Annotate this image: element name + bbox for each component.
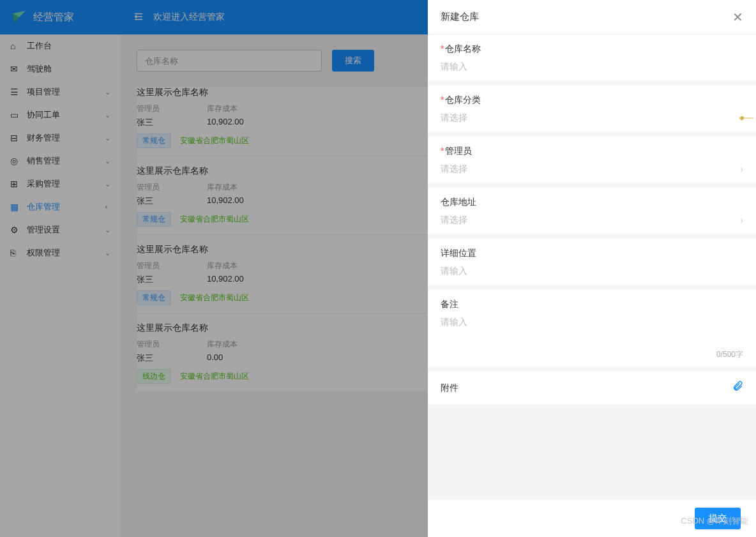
field-manager[interactable]: *管理员 请选择› [428,137,756,183]
char-count: 0/500字 [716,349,743,360]
chevron-right-icon: › [740,164,743,174]
field-remark[interactable]: 备注 请输入 0/500字 [428,290,756,367]
annotation-connector-icon [739,114,756,123]
drawer-footer: 提交 [428,499,756,537]
field-name[interactable]: *仓库名称 请输入 [428,34,756,80]
create-warehouse-drawer: 新建仓库 ✕ *仓库名称 请输入 *仓库分类 请选择› *管理员 请选择› 仓库… [428,0,756,537]
close-icon[interactable]: ✕ [732,10,743,25]
address-placeholder: 请选择 [441,215,467,226]
drawer-header: 新建仓库 ✕ [428,0,756,34]
submit-button[interactable]: 提交 [695,508,741,529]
name-input-placeholder: 请输入 [441,61,467,73]
chevron-right-icon: › [740,215,743,225]
remark-placeholder: 请输入 [441,317,467,328]
category-placeholder: 请选择 [441,112,467,124]
drawer-body: *仓库名称 请输入 *仓库分类 请选择› *管理员 请选择› 仓库地址 请选择›… [428,34,756,499]
paperclip-icon[interactable] [732,381,743,395]
field-category[interactable]: *仓库分类 请选择› [428,86,756,132]
drawer-title: 新建仓库 [441,11,479,23]
svg-point-1 [740,116,744,120]
field-address[interactable]: 仓库地址 请选择› [428,188,756,234]
field-attachment[interactable]: 附件 [428,372,756,404]
detail-placeholder: 请输入 [441,266,467,277]
drawer-spacer [428,409,756,499]
manager-placeholder: 请选择 [441,163,467,175]
field-detail[interactable]: 详细位置 请输入 [428,239,756,285]
